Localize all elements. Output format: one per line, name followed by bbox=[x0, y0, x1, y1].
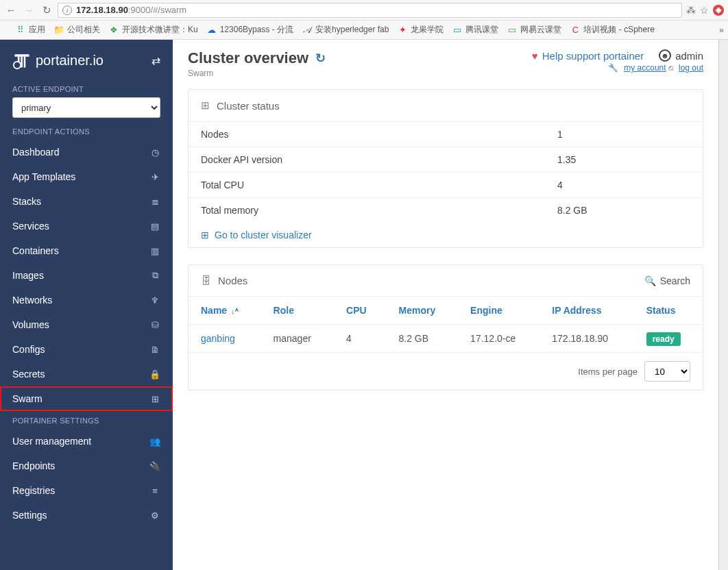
bookmark-item[interactable]: ☁12306Bypass - 分流 bbox=[204, 23, 296, 37]
username: admin bbox=[675, 50, 703, 62]
bookmark-icon: C bbox=[570, 25, 581, 36]
sidebar-item-images[interactable]: Images⧉ bbox=[0, 263, 173, 288]
translate-icon[interactable]: ⁂ bbox=[686, 5, 696, 16]
sidebar-item-services[interactable]: Services▤ bbox=[0, 214, 173, 238]
col-cpu[interactable]: CPU bbox=[334, 297, 386, 325]
active-endpoint-label: ACTIVE ENDPOINT bbox=[0, 79, 173, 97]
app-root: portainer.io ⇄ ACTIVE ENDPOINT primary E… bbox=[0, 40, 728, 570]
bookmark-star-icon[interactable]: ☆ bbox=[700, 5, 709, 16]
bookmark-item[interactable]: ❖开源技术微讲堂：Ku bbox=[106, 23, 201, 37]
my-account-link[interactable]: my account bbox=[624, 63, 666, 73]
main-content: Cluster overview ↻ Swarm ♥ Help support … bbox=[173, 40, 718, 570]
bookmark-label: 网易云课堂 bbox=[520, 24, 561, 36]
refresh-icon[interactable]: ↻ bbox=[315, 51, 326, 66]
bookmark-item[interactable]: C培训视频 - cSphere bbox=[567, 23, 657, 37]
sidebar-item-secrets[interactable]: Secrets🔒 bbox=[0, 362, 173, 386]
site-info-icon[interactable]: i bbox=[62, 5, 72, 15]
cluster-status-panel: ⊞ Cluster status Nodes1Docker API versio… bbox=[188, 89, 703, 248]
status-badge: ready bbox=[646, 332, 681, 346]
account-links: 🔧my account ⎋log out bbox=[532, 63, 703, 73]
user-icon: ☻ bbox=[659, 49, 671, 62]
bookmarks-overflow[interactable]: » bbox=[719, 25, 724, 35]
bookmark-label: 培训视频 - cSphere bbox=[583, 24, 654, 36]
cell-memory: 8.2 GB bbox=[387, 325, 459, 353]
bookmark-item[interactable]: ✦龙果学院 bbox=[394, 23, 446, 37]
sidebar-item-swarm[interactable]: Swarm⊞ bbox=[0, 386, 173, 411]
bookmark-item[interactable]: ▭网易云课堂 bbox=[504, 23, 564, 37]
bookmark-icon: ☁ bbox=[206, 25, 217, 36]
nav-label: Containers bbox=[12, 245, 59, 256]
status-key: Total memory bbox=[201, 205, 557, 216]
nodes-search[interactable]: 🔍 Search bbox=[644, 275, 690, 286]
bookmark-item[interactable]: 𝒜安装hyperledger fab bbox=[299, 23, 391, 37]
table-row: ganbing manager 4 8.2 GB 17.12.0-ce 172.… bbox=[189, 325, 703, 353]
page-title: Cluster overview ↻ bbox=[188, 49, 326, 67]
nav-label: Configs bbox=[12, 344, 45, 355]
pager-label: Items per page bbox=[578, 367, 638, 377]
endpoint-select[interactable]: primary bbox=[12, 97, 160, 118]
bookmark-item[interactable]: ▭腾讯课堂 bbox=[449, 23, 501, 37]
sidebar-item-configs[interactable]: Configs🗎 bbox=[0, 337, 173, 362]
nav-icon: 🔒 bbox=[149, 369, 160, 380]
sidebar-item-app-templates[interactable]: App Templates✈ bbox=[0, 164, 173, 189]
bookmark-label: 龙果学院 bbox=[411, 24, 444, 36]
nav-icon: 🗎 bbox=[149, 345, 160, 355]
sidebar-settings-user-management[interactable]: User management👥 bbox=[0, 429, 173, 454]
node-name-link[interactable]: ganbing bbox=[201, 333, 235, 344]
reload-button[interactable]: ↻ bbox=[40, 3, 53, 17]
sidebar-item-volumes[interactable]: Volumes⛁ bbox=[0, 312, 173, 337]
logout-link[interactable]: log out bbox=[679, 63, 703, 73]
sidebar-item-containers[interactable]: Containers▥ bbox=[0, 238, 173, 263]
sidebar-item-stacks[interactable]: Stacks≣ bbox=[0, 189, 173, 214]
bookmark-label: 应用 bbox=[29, 24, 45, 36]
forward-button[interactable]: → bbox=[22, 3, 36, 17]
cluster-icon: ⊞ bbox=[201, 99, 210, 112]
col-name[interactable]: Name ↓ᴬ bbox=[189, 297, 261, 325]
col-memory[interactable]: Memory bbox=[387, 297, 459, 325]
cluster-status-row: Nodes1 bbox=[189, 122, 703, 147]
nav-label: Networks bbox=[12, 295, 52, 306]
col-status[interactable]: Status bbox=[634, 297, 703, 325]
nav-icon: ▤ bbox=[149, 221, 160, 232]
nav-label: Settings bbox=[12, 510, 47, 521]
portainer-logo-icon bbox=[12, 51, 32, 70]
brand-logo[interactable]: portainer.io bbox=[12, 51, 104, 70]
sidebar-item-networks[interactable]: Networks♆ bbox=[0, 288, 173, 312]
col-ip-address[interactable]: IP Address bbox=[539, 297, 633, 325]
address-bar[interactable]: i 172.18.18.90:9000/#/swarm bbox=[58, 3, 682, 18]
sidebar-item-dashboard[interactable]: Dashboard◷ bbox=[0, 140, 173, 164]
nav-icon: ⧉ bbox=[149, 270, 160, 281]
cell-role: manager bbox=[261, 325, 334, 353]
sidebar-settings-settings[interactable]: Settings⚙ bbox=[0, 503, 173, 528]
search-icon: 🔍 bbox=[644, 275, 656, 286]
pager-select[interactable]: 10 bbox=[644, 361, 690, 382]
bookmark-icon: ▭ bbox=[507, 25, 518, 36]
nav-label: Endpoints bbox=[12, 460, 55, 471]
status-value: 8.2 GB bbox=[557, 205, 587, 216]
support-link[interactable]: Help support portainer bbox=[542, 50, 644, 62]
bookmark-icon: ⠿ bbox=[15, 25, 26, 36]
cell-cpu: 4 bbox=[334, 325, 386, 353]
bookmark-item[interactable]: 📁公司相关 bbox=[51, 23, 103, 37]
nav-label: Secrets bbox=[12, 369, 45, 380]
apps-button[interactable] bbox=[4, 29, 10, 32]
nav-icon: ▥ bbox=[149, 246, 160, 256]
bookmark-icon: ✦ bbox=[397, 25, 408, 36]
nodes-icon: 🗄 bbox=[201, 275, 211, 286]
col-engine[interactable]: Engine bbox=[458, 297, 539, 325]
nodes-pager: Items per page 10 bbox=[189, 353, 703, 390]
back-button[interactable]: ← bbox=[4, 3, 18, 17]
extension-icon[interactable]: ◆ bbox=[713, 5, 724, 16]
status-key: Docker API version bbox=[201, 154, 557, 165]
status-key: Total CPU bbox=[201, 179, 557, 190]
sidebar-settings-endpoints[interactable]: Endpoints🔌 bbox=[0, 454, 173, 478]
sidebar-settings-registries[interactable]: Registries≡ bbox=[0, 478, 173, 503]
swap-endpoint-icon[interactable]: ⇄ bbox=[151, 54, 160, 67]
nav-label: Swarm bbox=[12, 393, 43, 404]
col-role[interactable]: Role bbox=[261, 297, 334, 325]
bookmark-item[interactable]: ⠿应用 bbox=[12, 23, 48, 37]
right-scrollbar-track[interactable] bbox=[718, 40, 728, 570]
cluster-visualizer-link[interactable]: ⊞ Go to cluster visualizer bbox=[201, 230, 690, 240]
cluster-status-header: ⊞ Cluster status bbox=[189, 90, 703, 122]
nav-label: App Templates bbox=[12, 171, 75, 182]
